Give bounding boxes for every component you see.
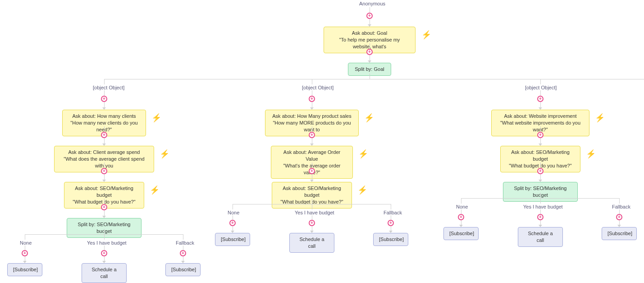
connector (312, 102, 312, 107)
connector (104, 199, 105, 204)
connector (233, 204, 233, 209)
add-node-dot[interactable] (366, 13, 373, 19)
subscribe-node[interactable]: [Subscribe] (7, 263, 42, 276)
add-node-dot[interactable] (309, 96, 315, 102)
lightning-icon: ⚡ (357, 185, 367, 195)
subscribe-node[interactable]: [Subscribe] (443, 227, 479, 240)
connector (183, 234, 183, 240)
connector (25, 246, 25, 250)
node-label: [Subscribe] (13, 267, 38, 272)
connector (104, 256, 105, 261)
connector (104, 174, 105, 180)
add-node-dot[interactable] (101, 132, 107, 138)
add-node-dot[interactable] (101, 96, 107, 102)
add-node-dot[interactable] (537, 214, 544, 220)
add-node-dot[interactable] (458, 214, 464, 220)
connector (104, 126, 105, 132)
connector (540, 174, 541, 180)
connector (461, 198, 461, 204)
option-label: None (20, 240, 32, 246)
node-label: Schedule a call (91, 267, 116, 279)
add-node-dot[interactable] (101, 250, 107, 256)
schedule-call-node[interactable]: Schedule a call (518, 227, 563, 247)
lightning-icon: ⚡ (151, 113, 161, 123)
add-node-dot[interactable] (537, 132, 544, 138)
add-node-dot[interactable] (388, 220, 394, 226)
node-label: [Subscribe] (379, 237, 404, 242)
connector (183, 256, 183, 261)
add-node-dot[interactable] (309, 132, 315, 138)
connector (312, 126, 312, 132)
connector (312, 174, 312, 180)
node-label: [Subscribe] (171, 267, 196, 272)
flow-canvas[interactable]: Anonymous Ask about: Goal "To help me pe… (0, 0, 644, 283)
lightning-icon: ⚡ (595, 113, 605, 123)
connector (104, 229, 105, 234)
add-node-dot[interactable] (366, 49, 373, 55)
connector (104, 90, 105, 96)
node-title: Ask about: Goal (329, 30, 410, 37)
add-node-dot[interactable] (537, 168, 544, 174)
connector (312, 199, 312, 204)
branch-label: [object Object] (525, 85, 557, 90)
lightning-icon: ⚡ (364, 113, 374, 123)
connector (540, 198, 541, 204)
branch-label: [object Object] (93, 85, 124, 90)
schedule-call-node[interactable]: Schedule a call (82, 263, 127, 283)
node-title: Ask about: How Many product sales (271, 113, 353, 120)
connector (370, 19, 370, 24)
node-title: Ask about: SEO/Marketing budget (506, 149, 575, 162)
connector (619, 220, 620, 225)
node-title: Ask about: SEO/Marketing budget (278, 185, 346, 199)
connector (104, 234, 105, 240)
option-label: Fallback (176, 240, 194, 246)
option-label: Fallback (384, 210, 402, 215)
connector (540, 162, 541, 168)
add-node-dot[interactable] (180, 250, 186, 256)
connector (233, 226, 233, 231)
branch-label: [object Object] (302, 85, 333, 90)
option-label: Yes I have budget (295, 210, 334, 215)
add-node-dot[interactable] (101, 168, 107, 174)
node-label: Schedule a call (299, 237, 324, 249)
subscribe-node[interactable]: [Subscribe] (602, 227, 637, 240)
connector (540, 90, 541, 96)
node-label: [Subscribe] (607, 231, 632, 236)
add-node-dot[interactable] (101, 204, 107, 210)
option-label: None (228, 210, 239, 215)
node-title: Ask about: How many clients (68, 113, 140, 120)
add-node-dot[interactable] (309, 168, 315, 174)
connector (312, 79, 312, 84)
lightning-icon: ⚡ (150, 185, 160, 195)
schedule-call-node[interactable]: Schedule a call (289, 233, 334, 253)
connector (391, 204, 391, 209)
option-label: Yes I have budget (87, 240, 127, 246)
node-label: Split by: Goal (354, 66, 385, 73)
connector (540, 220, 541, 225)
connector (461, 220, 461, 225)
add-node-dot[interactable] (229, 220, 236, 226)
add-node-dot[interactable] (22, 250, 28, 256)
add-node-dot[interactable] (616, 214, 622, 220)
node-title: Ask about: Client average spend (60, 149, 148, 156)
connector (391, 215, 391, 220)
connector (312, 138, 312, 144)
connector (461, 209, 461, 214)
connector (183, 246, 183, 250)
add-node-dot[interactable] (309, 220, 315, 226)
connector (370, 74, 370, 79)
connector (391, 226, 391, 231)
subscribe-node[interactable]: [Subscribe] (373, 233, 408, 246)
connector (540, 209, 541, 214)
node-label: [Subscribe] (221, 237, 246, 242)
lightning-icon: ⚡ (586, 149, 596, 159)
connector (312, 90, 312, 96)
subscribe-node[interactable]: [Subscribe] (215, 233, 250, 246)
node-title: Ask about: Average Order Value (277, 149, 347, 162)
subscribe-node[interactable]: [Subscribe] (165, 263, 201, 276)
connector (25, 234, 25, 240)
connector (540, 102, 541, 107)
connector (540, 126, 541, 132)
node-title: Ask about: Website improvement (497, 113, 584, 120)
add-node-dot[interactable] (537, 96, 544, 102)
